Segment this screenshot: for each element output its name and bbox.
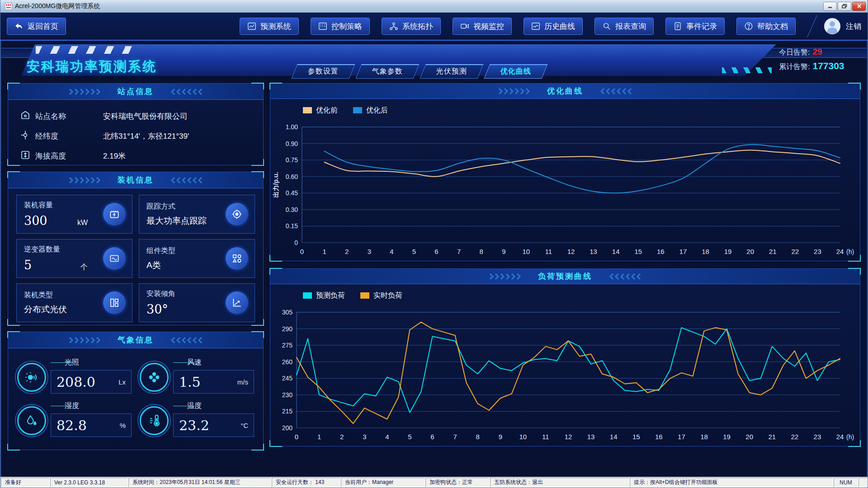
minimize-button[interactable] <box>823 2 837 11</box>
svg-text:14: 14 <box>610 433 618 441</box>
status-current-user: 当前用户：Manager <box>341 478 425 487</box>
temperature-icon <box>140 406 169 435</box>
user-avatar <box>824 18 840 34</box>
gauge-value-box: 82.8 % <box>51 413 132 437</box>
svg-text:22: 22 <box>791 433 798 441</box>
install-type-icon <box>103 291 126 314</box>
svg-text:305: 305 <box>282 309 293 316</box>
svg-text:200: 200 <box>282 424 293 432</box>
svg-text:22: 22 <box>791 248 799 255</box>
restore-button[interactable] <box>838 2 851 11</box>
humidity-icon <box>17 406 46 435</box>
chevrons-left-icon <box>594 88 632 94</box>
chevrons-right-icon <box>69 89 107 95</box>
nav-strategy-button[interactable]: 控制策略 <box>311 18 370 35</box>
status-safe-days: 安全运行天数： 143 <box>272 478 340 487</box>
slash-decoration-icon <box>722 67 772 73</box>
nav-history-button[interactable]: 历史曲线 <box>524 18 583 35</box>
svg-text:16: 16 <box>657 248 665 255</box>
tab-weather-params[interactable]: 气象参数 <box>356 64 420 79</box>
svg-text:19: 19 <box>724 248 732 255</box>
svg-text:16: 16 <box>655 433 663 441</box>
nav-forecast-button[interactable]: 预测系统 <box>240 18 299 35</box>
close-button[interactable] <box>852 2 866 11</box>
chevrons-right-icon <box>69 177 107 183</box>
gauge-label: 光照 <box>51 357 132 368</box>
svg-text:6: 6 <box>434 248 438 255</box>
svg-text:245: 245 <box>282 375 293 382</box>
svg-text:5: 5 <box>408 433 411 441</box>
location-icon <box>20 130 35 142</box>
chevrons-left-icon <box>165 177 203 183</box>
install-type-card: 装机类型 分布式光伏 <box>16 283 132 322</box>
chart-title: 优化曲线 <box>547 86 583 96</box>
svg-text:5: 5 <box>412 248 416 255</box>
svg-text:(h): (h) <box>846 248 854 255</box>
light-gauge: 光照 208.0 Lx <box>17 357 132 394</box>
nav-report-button[interactable]: 报表查询 <box>594 18 654 35</box>
tab-parameter-settings[interactable]: 参数设置 <box>292 64 355 79</box>
legend-item-forecast-load[interactable]: 预测负荷 <box>303 291 345 300</box>
capacity-icon <box>103 203 126 225</box>
nav-help-button[interactable]: 帮助文档 <box>736 18 796 35</box>
status-num-lock: NUM <box>834 478 858 487</box>
svg-text:0: 0 <box>295 433 298 441</box>
status-ready: 准备好 <box>1 478 50 487</box>
capacity-card: 装机容量 300 kW <box>16 195 132 234</box>
tab-pv-forecast[interactable]: 光伏预测 <box>420 64 484 79</box>
status-system-time: 系统时间：2023年05月31日 14:01:56 星期三 <box>128 478 271 487</box>
chevrons-right-icon <box>498 88 536 94</box>
back-home-button[interactable]: 返回首页 <box>7 18 66 35</box>
svg-text:9: 9 <box>499 433 502 441</box>
svg-text:12: 12 <box>567 248 575 255</box>
tilt-card: 安装倾角 30° <box>139 283 255 322</box>
svg-text:230: 230 <box>282 391 293 399</box>
legend-item-after[interactable]: 优化后 <box>353 106 388 115</box>
load-forecast-chart: 2002152302452602752903050123456789101112… <box>270 307 860 446</box>
site-altitude-row: 海拔高度 2.19米 <box>20 146 254 166</box>
svg-text:23: 23 <box>814 433 821 441</box>
svg-text:1.00: 1.00 <box>286 123 298 131</box>
logout-button[interactable]: 注销 <box>846 21 861 32</box>
svg-text:8: 8 <box>480 248 483 255</box>
status-dongle: 加密狗状态：正常 <box>425 478 490 487</box>
status-wufang: 五防系统状态：退出 <box>490 478 629 487</box>
video-icon <box>460 22 469 31</box>
optimization-chart: 00.150.300.450.600.750.901.0001234567891… <box>270 122 860 261</box>
legend-item-realtime-load[interactable]: 实时负荷 <box>360 291 402 300</box>
altitude-icon <box>20 150 35 162</box>
page-header: 安科瑞功率预测系统 参数设置 气象参数 光伏预测 优化曲线 今日告警: 29 累… <box>1 41 867 80</box>
tab-optimization-curve[interactable]: 优化曲线 <box>484 64 548 79</box>
svg-text:0: 0 <box>294 239 298 246</box>
nav-topology-button[interactable]: 系统拓扑 <box>382 18 441 35</box>
svg-text:10: 10 <box>519 433 527 441</box>
status-resize-grip <box>859 478 868 487</box>
svg-text:2: 2 <box>345 248 349 255</box>
svg-text:4: 4 <box>390 248 393 255</box>
nav-events-button[interactable]: 事件记录 <box>665 18 725 35</box>
slash-decoration-icon <box>36 46 140 54</box>
svg-text:21: 21 <box>768 433 776 441</box>
chevrons-left-icon <box>603 273 641 280</box>
svg-text:11: 11 <box>542 433 549 441</box>
wind-gauge: 风速 1.5 m/s <box>140 357 254 394</box>
sun-icon <box>17 363 46 392</box>
legend-swatch <box>360 292 369 299</box>
svg-text:7: 7 <box>453 433 457 441</box>
svg-text:14: 14 <box>612 248 620 255</box>
site-coords-row: 经纬度 北纬31°14'，东径121°39' <box>20 126 254 146</box>
panel-title: 装机信息 <box>118 175 154 185</box>
total-alarm-label: 累计告警: <box>779 60 810 74</box>
nav-video-button[interactable]: 视频监控 <box>453 18 512 35</box>
legend-swatch <box>353 107 362 113</box>
optimization-curve-panel: 优化曲线 优化前 优化后 00.150.300.450.600.750.901.… <box>270 83 860 261</box>
svg-text:11: 11 <box>545 248 552 255</box>
inverter-card: 逆变器数量 5 个 <box>16 239 132 278</box>
legend-item-before[interactable]: 优化前 <box>303 106 338 115</box>
panel-title: 站点信息 <box>118 86 154 97</box>
weather-info-panel: 气象信息 光照 208.0 <box>8 332 264 450</box>
tab-bar: 参数设置 气象参数 光伏预测 优化曲线 <box>294 64 545 79</box>
today-alarm-label: 今日告警: <box>779 46 810 59</box>
site-info-panel: 站点信息 站点名称 安科瑞电气股份有限公司 <box>8 83 264 165</box>
gauge-value-box: 1.5 m/s <box>173 370 254 394</box>
